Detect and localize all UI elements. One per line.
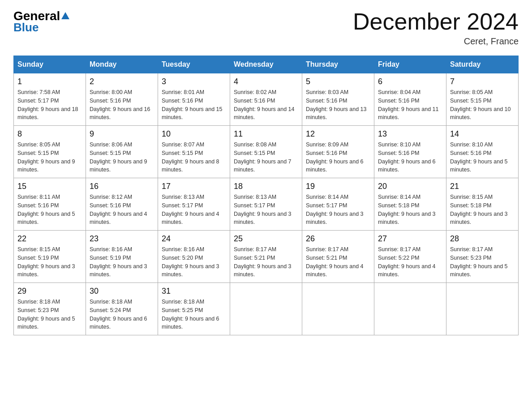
- day-number: 17: [162, 182, 226, 191]
- day-info: Sunrise: 8:00 AMSunset: 5:16 PMDaylight:…: [90, 88, 154, 122]
- day-info: Sunrise: 8:18 AMSunset: 5:24 PMDaylight:…: [90, 298, 154, 331]
- calendar-cell: 25Sunrise: 8:17 AMSunset: 5:21 PMDayligh…: [230, 231, 302, 283]
- calendar-cell: 15Sunrise: 8:11 AMSunset: 5:16 PMDayligh…: [14, 178, 86, 231]
- day-info: Sunrise: 8:05 AMSunset: 5:15 PMDaylight:…: [450, 88, 515, 122]
- calendar-cell: [446, 283, 519, 335]
- calendar-cell: 7Sunrise: 8:05 AMSunset: 5:15 PMDaylight…: [446, 73, 519, 126]
- day-number: 3: [162, 77, 226, 86]
- day-number: 30: [90, 287, 154, 296]
- day-number: 20: [378, 182, 442, 191]
- calendar-cell: 4Sunrise: 8:02 AMSunset: 5:16 PMDaylight…: [230, 73, 302, 126]
- day-info: Sunrise: 8:12 AMSunset: 5:16 PMDaylight:…: [90, 193, 154, 227]
- header-friday: Friday: [374, 56, 446, 73]
- calendar-cell: 24Sunrise: 8:16 AMSunset: 5:20 PMDayligh…: [158, 231, 230, 283]
- calendar-cell: 30Sunrise: 8:18 AMSunset: 5:24 PMDayligh…: [86, 283, 158, 335]
- week-row-1: 1Sunrise: 7:58 AMSunset: 5:17 PMDaylight…: [14, 73, 519, 126]
- day-number: 24: [162, 234, 226, 244]
- day-number: 28: [450, 234, 515, 244]
- month-title: December 2024: [353, 9, 519, 34]
- calendar-cell: 3Sunrise: 8:01 AMSunset: 5:16 PMDaylight…: [158, 73, 230, 126]
- day-info: Sunrise: 8:17 AMSunset: 5:22 PMDaylight:…: [378, 245, 442, 279]
- calendar-cell: 28Sunrise: 8:17 AMSunset: 5:23 PMDayligh…: [446, 231, 519, 283]
- day-number: 15: [17, 182, 82, 191]
- calendar-cell: 10Sunrise: 8:07 AMSunset: 5:15 PMDayligh…: [158, 126, 230, 178]
- day-info: Sunrise: 8:09 AMSunset: 5:16 PMDaylight:…: [306, 141, 370, 174]
- calendar-cell: [374, 283, 446, 335]
- day-number: 26: [306, 234, 370, 244]
- calendar-cell: 5Sunrise: 8:03 AMSunset: 5:16 PMDaylight…: [302, 73, 374, 126]
- calendar-cell: 17Sunrise: 8:13 AMSunset: 5:17 PMDayligh…: [158, 178, 230, 231]
- calendar-cell: 20Sunrise: 8:14 AMSunset: 5:18 PMDayligh…: [374, 178, 446, 231]
- day-info: Sunrise: 8:10 AMSunset: 5:16 PMDaylight:…: [378, 141, 442, 174]
- day-info: Sunrise: 8:17 AMSunset: 5:21 PMDaylight:…: [234, 245, 298, 279]
- header: General Blue December 2024 Ceret, France: [13, 9, 519, 47]
- header-sunday: Sunday: [14, 56, 86, 73]
- day-number: 29: [17, 287, 82, 296]
- calendar-cell: 13Sunrise: 8:10 AMSunset: 5:16 PMDayligh…: [374, 126, 446, 178]
- day-info: Sunrise: 8:18 AMSunset: 5:25 PMDaylight:…: [162, 298, 226, 331]
- day-number: 22: [17, 234, 82, 244]
- calendar-cell: 6Sunrise: 8:04 AMSunset: 5:16 PMDaylight…: [374, 73, 446, 126]
- day-info: Sunrise: 8:08 AMSunset: 5:15 PMDaylight:…: [234, 141, 298, 174]
- day-info: Sunrise: 8:17 AMSunset: 5:23 PMDaylight:…: [450, 245, 515, 279]
- day-number: 5: [306, 77, 370, 86]
- location: Ceret, France: [353, 36, 519, 47]
- day-number: 19: [306, 182, 370, 191]
- day-number: 4: [234, 77, 298, 86]
- calendar-cell: 18Sunrise: 8:13 AMSunset: 5:17 PMDayligh…: [230, 178, 302, 231]
- day-number: 9: [90, 129, 154, 139]
- day-info: Sunrise: 8:04 AMSunset: 5:16 PMDaylight:…: [378, 88, 442, 122]
- day-info: Sunrise: 8:01 AMSunset: 5:16 PMDaylight:…: [162, 88, 226, 122]
- calendar-cell: 26Sunrise: 8:17 AMSunset: 5:21 PMDayligh…: [302, 231, 374, 283]
- day-info: Sunrise: 8:05 AMSunset: 5:15 PMDaylight:…: [17, 141, 82, 174]
- calendar-cell: 27Sunrise: 8:17 AMSunset: 5:22 PMDayligh…: [374, 231, 446, 283]
- calendar-cell: 29Sunrise: 8:18 AMSunset: 5:23 PMDayligh…: [14, 283, 86, 335]
- day-number: 1: [17, 77, 82, 86]
- day-info: Sunrise: 8:15 AMSunset: 5:18 PMDaylight:…: [450, 193, 515, 227]
- day-info: Sunrise: 8:11 AMSunset: 5:16 PMDaylight:…: [17, 193, 82, 227]
- day-number: 11: [234, 129, 298, 139]
- day-info: Sunrise: 7:58 AMSunset: 5:17 PMDaylight:…: [17, 88, 82, 122]
- day-info: Sunrise: 8:06 AMSunset: 5:15 PMDaylight:…: [90, 141, 154, 174]
- day-info: Sunrise: 8:16 AMSunset: 5:19 PMDaylight:…: [90, 245, 154, 279]
- day-number: 8: [17, 129, 82, 139]
- day-info: Sunrise: 8:17 AMSunset: 5:21 PMDaylight:…: [306, 245, 370, 279]
- calendar-cell: 11Sunrise: 8:08 AMSunset: 5:15 PMDayligh…: [230, 126, 302, 178]
- day-info: Sunrise: 8:13 AMSunset: 5:17 PMDaylight:…: [234, 193, 298, 227]
- calendar-cell: 16Sunrise: 8:12 AMSunset: 5:16 PMDayligh…: [86, 178, 158, 231]
- title-area: December 2024 Ceret, France: [353, 9, 519, 47]
- calendar-cell: [230, 283, 302, 335]
- logo-triangle-icon: [60, 11, 70, 21]
- calendar-cell: 21Sunrise: 8:15 AMSunset: 5:18 PMDayligh…: [446, 178, 519, 231]
- day-info: Sunrise: 8:14 AMSunset: 5:17 PMDaylight:…: [306, 193, 370, 227]
- day-number: 6: [378, 77, 442, 86]
- day-info: Sunrise: 8:03 AMSunset: 5:16 PMDaylight:…: [306, 88, 370, 122]
- week-row-3: 15Sunrise: 8:11 AMSunset: 5:16 PMDayligh…: [14, 178, 519, 231]
- day-info: Sunrise: 8:13 AMSunset: 5:17 PMDaylight:…: [162, 193, 226, 227]
- calendar-cell: 12Sunrise: 8:09 AMSunset: 5:16 PMDayligh…: [302, 126, 374, 178]
- day-number: 16: [90, 182, 154, 191]
- calendar-cell: 22Sunrise: 8:15 AMSunset: 5:19 PMDayligh…: [14, 231, 86, 283]
- day-number: 18: [234, 182, 298, 191]
- header-saturday: Saturday: [446, 56, 519, 73]
- weekday-header-row: Sunday Monday Tuesday Wednesday Thursday…: [14, 56, 519, 73]
- header-wednesday: Wednesday: [230, 56, 302, 73]
- calendar-cell: 14Sunrise: 8:10 AMSunset: 5:16 PMDayligh…: [446, 126, 519, 178]
- header-monday: Monday: [86, 56, 158, 73]
- week-row-5: 29Sunrise: 8:18 AMSunset: 5:23 PMDayligh…: [14, 283, 519, 335]
- calendar-cell: 9Sunrise: 8:06 AMSunset: 5:15 PMDaylight…: [86, 126, 158, 178]
- day-number: 25: [234, 234, 298, 244]
- day-number: 27: [378, 234, 442, 244]
- calendar-cell: 19Sunrise: 8:14 AMSunset: 5:17 PMDayligh…: [302, 178, 374, 231]
- calendar-cell: [302, 283, 374, 335]
- calendar-cell: 8Sunrise: 8:05 AMSunset: 5:15 PMDaylight…: [14, 126, 86, 178]
- day-info: Sunrise: 8:07 AMSunset: 5:15 PMDaylight:…: [162, 141, 226, 174]
- day-number: 13: [378, 129, 442, 139]
- calendar-table: Sunday Monday Tuesday Wednesday Thursday…: [13, 56, 519, 335]
- day-number: 14: [450, 129, 515, 139]
- day-info: Sunrise: 8:15 AMSunset: 5:19 PMDaylight:…: [17, 245, 82, 279]
- day-number: 21: [450, 182, 515, 191]
- calendar-cell: 23Sunrise: 8:16 AMSunset: 5:19 PMDayligh…: [86, 231, 158, 283]
- svg-marker-0: [61, 12, 69, 19]
- day-info: Sunrise: 8:02 AMSunset: 5:16 PMDaylight:…: [234, 88, 298, 122]
